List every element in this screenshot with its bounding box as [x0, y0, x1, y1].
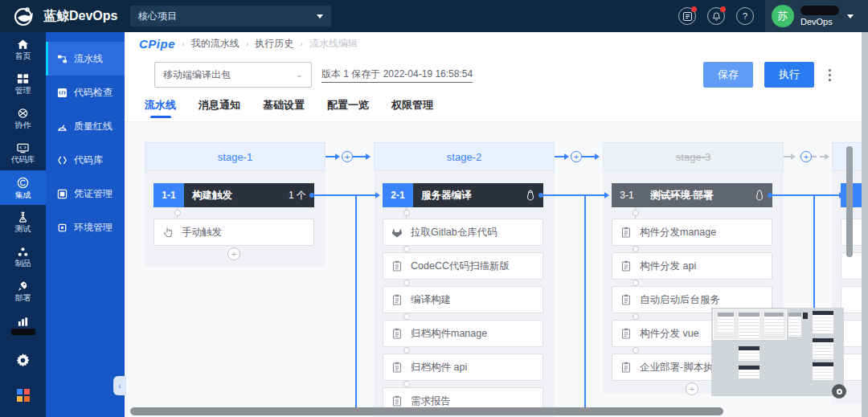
rail-item-measure[interactable]	[0, 309, 46, 343]
sidebar-item-codecheck[interactable]: 代码检查	[46, 76, 125, 109]
rail-item-collab[interactable]: 协作	[0, 101, 46, 136]
clipboard-icon	[383, 362, 411, 373]
app-squares-icon	[17, 389, 30, 402]
task-archive-manage[interactable]: 归档构件manage	[383, 320, 543, 347]
arrow-icon	[564, 153, 569, 160]
sidebar-label: 质量红线	[74, 120, 113, 133]
avatar: 苏	[772, 5, 794, 27]
tab-permissions[interactable]: 权限管理	[391, 95, 433, 121]
left-rail: 首页 管理 协作 代码库 集成 测试 制品 部署	[0, 32, 46, 417]
rail-item-test[interactable]: 测试	[0, 205, 46, 239]
add-task-row: +	[154, 246, 314, 262]
job-connection-line	[355, 195, 357, 412]
rail-item-apps[interactable]	[0, 378, 46, 412]
task-codecc-scan[interactable]: CodeCC代码扫描新版	[383, 252, 543, 280]
task-manual-trigger[interactable]: 手动触发	[154, 219, 314, 246]
task-connector	[383, 280, 543, 286]
stage-1: stage-1 1-1 构建触发 1 个 手动触发 +	[145, 142, 326, 267]
job-3-1-header[interactable]: 3-1 测试环境 部署	[612, 183, 772, 207]
arrow-icon	[791, 153, 796, 160]
rail-item-home[interactable]: 首页	[0, 32, 46, 67]
quality-gate-icon	[57, 121, 68, 132]
rail-item-settings[interactable]	[0, 343, 46, 378]
stage-3-header[interactable]: stage-3	[603, 142, 784, 171]
tab-basic-settings[interactable]: 基础设置	[263, 95, 305, 121]
minimap-card	[813, 338, 833, 359]
sidebar-item-coderepo[interactable]: 代码库	[46, 143, 125, 177]
cpipe-logo[interactable]: CPipe	[139, 37, 175, 51]
bell-icon[interactable]	[707, 7, 725, 25]
horizontal-scrollbar-thumb[interactable]	[130, 407, 723, 415]
project-select[interactable]: 核心项目	[130, 6, 331, 27]
page-vertical-scrollbar[interactable]	[862, 32, 868, 417]
breadcrumb-my-pipelines[interactable]: 我的流水线	[191, 37, 240, 51]
blueking-logo[interactable]: 蓝鲸DevOps	[0, 6, 122, 27]
clipboard-icon	[612, 260, 640, 272]
minimap-card	[718, 313, 734, 332]
add-stage-button[interactable]: +	[342, 151, 353, 162]
rail-label: 制品	[15, 259, 31, 268]
task-gitlab-checkout[interactable]: 拉取Gitlab仓库代码	[383, 219, 543, 246]
task-distribute-manage[interactable]: 构件分发manage	[612, 219, 772, 246]
run-button[interactable]: 执行	[764, 62, 814, 88]
red-badge	[691, 6, 697, 12]
rail-item-artifact[interactable]: 制品	[0, 239, 46, 274]
grid-icon	[17, 73, 29, 84]
gear-icon	[16, 354, 30, 367]
rail-item-manage[interactable]: 管理	[0, 67, 46, 101]
task-build[interactable]: 编译构建	[383, 286, 543, 313]
tab-pipeline[interactable]: 流水线	[145, 95, 176, 121]
add-stage-button[interactable]: +	[800, 151, 812, 162]
job-connection-line	[312, 194, 375, 196]
rocket-icon	[17, 280, 29, 292]
help-icon[interactable]: ?	[736, 7, 754, 25]
header-right: ? 苏 DevOps	[678, 0, 868, 32]
breadcrumb-exec-history[interactable]: 执行历史	[255, 37, 293, 51]
sidebar-item-credentials[interactable]: 凭证管理	[46, 177, 125, 211]
pipeline-select[interactable]: 移动端编译出包 ⌄	[154, 62, 312, 88]
minimap-card	[813, 362, 833, 380]
eye-dot-icon	[837, 389, 842, 395]
clipboard-icon	[383, 395, 411, 407]
add-stage-button[interactable]: +	[571, 151, 582, 162]
tab-config-overview[interactable]: 配置一览	[327, 95, 369, 121]
job-1-1-header[interactable]: 1-1 构建触发 1 个	[154, 183, 314, 207]
pipeline-canvas[interactable]: stage-1 1-1 构建触发 1 个 手动触发 + stage-2	[125, 122, 868, 417]
notice-list-icon[interactable]	[678, 7, 696, 25]
rail-item-integration[interactable]: 集成	[0, 170, 46, 205]
chevron-down-icon	[317, 14, 323, 18]
user-menu[interactable]: 苏 DevOps	[765, 0, 868, 32]
more-menu-icon[interactable]	[825, 66, 834, 84]
stage-2-header[interactable]: stage-2	[374, 142, 555, 171]
sidebar-item-quality[interactable]: 质量红线	[46, 109, 125, 143]
pipeline-select-value: 移动端编译出包	[163, 68, 231, 82]
minimap-toggle-button[interactable]	[832, 384, 846, 399]
save-button[interactable]: 保存	[703, 62, 753, 88]
version-link[interactable]: 版本 1 保存于 2022-04-19 16:58:54	[321, 67, 473, 83]
tab-notifications[interactable]: 消息通知	[199, 95, 240, 121]
add-task-icon[interactable]: +	[227, 247, 240, 260]
stage-1-header[interactable]: stage-1	[145, 142, 326, 171]
sidebar-label: 环境管理	[74, 221, 113, 235]
rail-label-redacted	[11, 329, 35, 335]
task-connector	[383, 246, 543, 252]
canvas-vertical-scrollbar-thumb[interactable]	[846, 146, 853, 257]
pipeline-minimap[interactable]	[711, 308, 844, 396]
arrow-icon	[604, 192, 609, 198]
rail-item-repo[interactable]: 代码库	[0, 136, 46, 170]
repo-icon	[57, 155, 68, 166]
add-task-icon[interactable]: +	[686, 382, 698, 395]
job-2-1-header[interactable]: 2-1 服务器编译	[383, 183, 543, 207]
red-badge	[720, 6, 726, 12]
stage-connection-line	[582, 156, 595, 157]
sidebar-item-pipeline[interactable]: 流水线	[46, 42, 125, 76]
sidebar-collapse-button[interactable]: ‹	[113, 376, 126, 395]
job-connection-line	[584, 195, 586, 412]
task-archive-api[interactable]: 归档构件 api	[383, 354, 543, 381]
tab-bar: 流水线 消息通知 基础设置 配置一览 权限管理	[125, 95, 868, 122]
rail-item-deploy[interactable]: 部署	[0, 274, 46, 309]
task-distribute-api[interactable]: 构件分发 api	[612, 252, 772, 280]
code-check-icon	[57, 88, 68, 98]
sidebar-item-environment[interactable]: 环境管理	[46, 211, 125, 244]
logo-text: 蓝鲸DevOps	[43, 8, 117, 25]
